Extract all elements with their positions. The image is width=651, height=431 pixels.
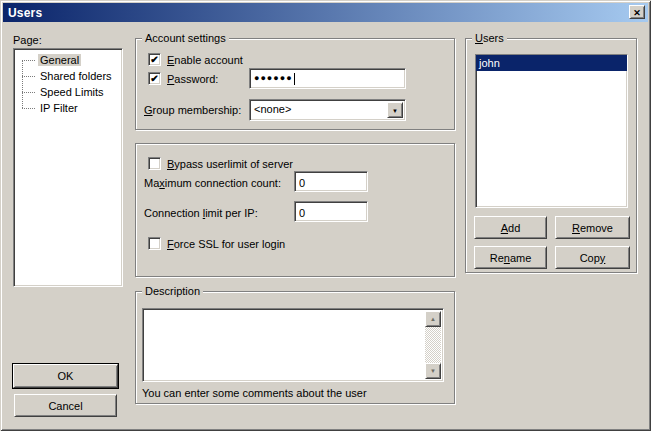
check-icon: ✔ <box>150 55 158 64</box>
remove-user-button-label: Remove <box>572 222 613 234</box>
close-icon: ✕ <box>633 8 641 18</box>
page-label: Page: <box>13 34 42 47</box>
bypass-userlimit-checkbox[interactable]: ✔ <box>148 157 161 170</box>
password-input[interactable]: ●●●●●● <box>249 68 406 89</box>
dropdown-button[interactable]: ▼ <box>387 102 403 118</box>
group-title: Users <box>472 32 507 45</box>
password-masked-value: ●●●●●● <box>254 74 293 83</box>
window-title: Users <box>3 6 42 20</box>
group-title: Account settings <box>142 32 229 45</box>
scroll-up-button[interactable]: ▲ <box>425 311 441 327</box>
vertical-scrollbar[interactable]: ▲ ▼ <box>425 311 441 379</box>
connection-limit-per-ip-label: Connection limit per IP: <box>144 207 258 220</box>
tree-item-label[interactable]: IP Filter <box>38 102 80 114</box>
remove-user-button[interactable]: Remove <box>555 216 630 239</box>
force-ssl-label[interactable]: Force SSL for user login <box>167 238 285 251</box>
bypass-userlimit-label[interactable]: Bypass userlimit of server <box>167 158 293 171</box>
sidebar-item-speed-limits[interactable]: Speed Limits <box>14 84 122 100</box>
group-title: Description <box>142 285 203 298</box>
users-listbox[interactable]: john <box>475 54 628 208</box>
tree-item-label[interactable]: General <box>38 54 81 66</box>
add-user-button[interactable]: Add <box>474 216 547 239</box>
enable-account-label[interactable]: Enable account <box>167 54 243 67</box>
ok-button-label: OK <box>58 370 74 382</box>
titlebar[interactable]: Users ✕ <box>3 3 648 22</box>
sidebar-item-shared-folders[interactable]: Shared folders <box>14 68 122 84</box>
tree-item-label[interactable]: Shared folders <box>38 70 114 82</box>
sidebar-item-ip-filter[interactable]: IP Filter <box>14 100 122 116</box>
page-tree[interactable]: General Shared folders Speed Limits IP F… <box>13 48 123 287</box>
max-connection-count-input[interactable] <box>294 171 368 192</box>
account-settings-group: Account settings ✔ Enable account ✔ Pass… <box>135 38 455 130</box>
text-caret <box>294 73 295 85</box>
list-item-user[interactable]: john <box>476 55 627 71</box>
rename-user-button[interactable]: Rename <box>474 246 547 269</box>
description-hint: You can enter some comments about the us… <box>142 387 367 400</box>
users-group: Users john Add Remove Rename Copy <box>465 38 637 273</box>
arrow-up-icon: ▲ <box>430 316 436 322</box>
group-membership-label: Group membership: <box>144 104 241 117</box>
selected-option: <none> <box>254 103 291 116</box>
scroll-down-button[interactable]: ▼ <box>425 363 441 379</box>
tree-item-label[interactable]: Speed Limits <box>38 86 106 98</box>
close-button[interactable]: ✕ <box>629 5 645 19</box>
max-connection-count-label: Maximum connection count: <box>144 177 281 190</box>
chevron-down-icon: ▼ <box>392 108 398 114</box>
connection-limits-group: ✔ Bypass userlimit of server Maximum con… <box>135 143 455 277</box>
add-user-button-label: Add <box>501 222 521 234</box>
check-icon: ✔ <box>150 74 158 83</box>
cancel-button[interactable]: Cancel <box>14 394 117 417</box>
description-group: Description ▲ ▼ You can enter some comme… <box>135 291 455 404</box>
group-membership-select[interactable]: <none> ▼ <box>249 99 406 121</box>
sidebar-item-general[interactable]: General <box>14 52 122 68</box>
copy-user-button[interactable]: Copy <box>555 246 630 269</box>
ok-button[interactable]: OK <box>13 364 118 388</box>
users-dialog: Users ✕ Page: General Shared folders Spe… <box>0 0 651 431</box>
password-label[interactable]: Password: <box>167 73 218 86</box>
rename-user-button-label: Rename <box>490 252 532 264</box>
force-ssl-checkbox[interactable]: ✔ <box>148 237 161 250</box>
cancel-button-label: Cancel <box>48 400 82 412</box>
arrow-down-icon: ▼ <box>430 368 436 374</box>
enable-account-checkbox[interactable]: ✔ <box>148 53 161 66</box>
copy-user-button-label: Copy <box>580 252 606 264</box>
password-checkbox[interactable]: ✔ <box>148 72 161 85</box>
description-textarea[interactable]: ▲ ▼ <box>142 308 444 382</box>
connection-limit-per-ip-input[interactable] <box>294 201 368 222</box>
